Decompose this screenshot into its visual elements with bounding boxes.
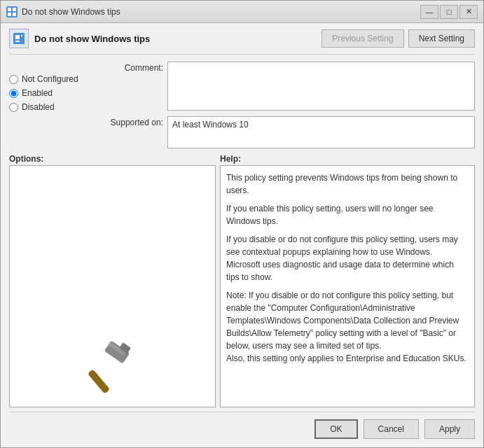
supported-label: Supported on:	[100, 116, 163, 127]
radio-disabled[interactable]: Disabled	[9, 102, 93, 112]
window-icon	[6, 6, 18, 18]
labels-row: Options: Help:	[9, 154, 475, 164]
policy-title: Do not show Windows tips	[34, 34, 150, 44]
radio-not-configured[interactable]: Not Configured	[9, 74, 93, 84]
cancel-button[interactable]: Cancel	[364, 419, 419, 439]
prev-setting-button[interactable]: Previous Setting	[321, 29, 403, 48]
help-label: Help:	[220, 154, 475, 164]
next-setting-button[interactable]: Next Setting	[408, 29, 475, 48]
hammer-icon	[85, 340, 141, 396]
options-label: Options:	[9, 154, 216, 164]
comment-input[interactable]	[167, 62, 475, 111]
radio-enabled[interactable]: Enabled	[9, 88, 93, 98]
apply-button[interactable]: Apply	[424, 419, 475, 439]
svg-rect-1	[13, 8, 16, 11]
svg-rect-0	[8, 8, 11, 11]
svg-rect-7	[15, 41, 20, 42]
ok-button[interactable]: OK	[314, 419, 357, 439]
comment-field: Comment:	[100, 62, 475, 111]
help-text-3: If you disable or do not configure this …	[226, 233, 469, 284]
comment-label: Comment:	[100, 62, 163, 73]
help-box: This policy setting prevents Windows tip…	[220, 165, 475, 407]
window-title: Do not show Windows tips	[22, 7, 120, 17]
help-text-4: Note: If you disable or do not configure…	[226, 289, 469, 365]
svg-rect-3	[13, 13, 16, 16]
content-area: Do not show Windows tips Previous Settin…	[1, 23, 483, 447]
radio-disabled-label: Disabled	[22, 102, 55, 112]
radio-enabled-input[interactable]	[9, 89, 18, 98]
radio-not-configured-input[interactable]	[9, 75, 18, 84]
title-controls: — □ ✕	[420, 5, 478, 19]
supported-field: Supported on: At least Windows 10	[100, 116, 475, 148]
button-bar: OK Cancel Apply	[9, 412, 475, 442]
svg-rect-6	[21, 35, 22, 36]
minimize-button[interactable]: —	[420, 5, 438, 19]
main-window: Do not show Windows tips — □ ✕ Do not s	[0, 0, 484, 448]
svg-rect-5	[15, 35, 20, 39]
form-area: Not Configured Enabled Disabled Comment:	[9, 62, 475, 148]
title-bar-left: Do not show Windows tips	[6, 6, 120, 18]
radio-not-configured-label: Not Configured	[22, 74, 78, 84]
right-form: Comment: Supported on: At least Windows …	[100, 62, 475, 148]
header-left: Do not show Windows tips	[9, 29, 150, 48]
help-text-1: This policy setting prevents Windows tip…	[226, 172, 469, 197]
help-text-2: If you enable this policy setting, users…	[226, 202, 469, 227]
main-panels: This policy setting prevents Windows tip…	[9, 165, 475, 407]
svg-rect-10	[87, 369, 109, 394]
header-row: Do not show Windows tips Previous Settin…	[9, 29, 475, 55]
radio-group: Not Configured Enabled Disabled	[9, 62, 93, 148]
maximize-button[interactable]: □	[440, 5, 458, 19]
supported-value-box: At least Windows 10	[167, 116, 475, 148]
policy-icon	[9, 29, 29, 48]
radio-disabled-input[interactable]	[9, 103, 18, 112]
title-bar: Do not show Windows tips — □ ✕	[1, 1, 483, 23]
svg-rect-2	[8, 13, 11, 16]
options-box	[9, 165, 216, 407]
radio-enabled-label: Enabled	[22, 88, 53, 98]
header-buttons: Previous Setting Next Setting	[321, 29, 475, 48]
supported-value: At least Windows 10	[172, 120, 249, 130]
close-button[interactable]: ✕	[459, 5, 478, 19]
